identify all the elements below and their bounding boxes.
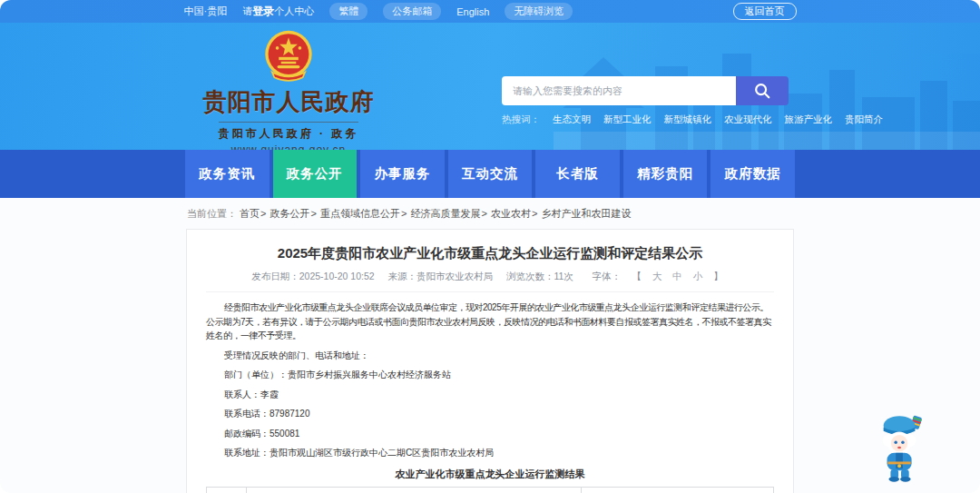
hot-search-label: 热搜词： [502, 113, 540, 126]
nav-item-splendid-guiyang[interactable]: 精彩贵阳 [623, 150, 708, 198]
paragraph: 部门（单位）：贵阳市乡村振兴服务中心农村经济服务站 [206, 368, 774, 382]
nav-item-gov-affairs-open[interactable]: 政务公开 [273, 150, 358, 198]
font-size-large[interactable]: 大 [652, 271, 662, 281]
article-card: 2025年度贵阳市农业产业化市级重点龙头企业运行监测和评定结果公示 发布日期：2… [186, 229, 794, 493]
nav-item-senior-version[interactable]: 长者版 [535, 150, 620, 198]
site-name: 贵阳市人民政府 [192, 86, 385, 118]
link-china-guiyang[interactable]: 中国·贵阳 [184, 5, 228, 18]
top-utility-bar: 中国·贵阳 请登录个人中心 繁體 公务邮箱 English 无障碍浏览 返回首页 [0, 0, 980, 23]
mascot-icon [875, 410, 927, 485]
contact-phone: 联系电话：87987120 [206, 407, 774, 421]
table-caption: 农业产业化市级重点龙头企业运行监测结果 [206, 468, 774, 481]
hot-word-urbanization[interactable]: 新型城镇化 [664, 113, 712, 126]
article-title: 2025年度贵阳市农业产业化市级重点龙头企业运行监测和评定结果公示 [206, 243, 774, 262]
browser-viewport: 中国·贵阳 请登录个人中心 繁體 公务邮箱 English 无障碍浏览 返回首页 [0, 0, 980, 493]
article-body: 经贵阳市农业产业化市级重点龙头企业联席会议成员单位审定，现对2025年开展的农业… [206, 301, 774, 493]
breadcrumb-gov-open[interactable]: 政务公开 [270, 208, 310, 219]
nav-item-gov-data[interactable]: 政府数据 [710, 150, 795, 198]
hot-word-guiyang-intro[interactable]: 贵阳简介 [845, 113, 883, 126]
link-accessibility[interactable]: 无障碍浏览 [505, 3, 573, 20]
link-traditional-chinese[interactable]: 繁體 [329, 3, 368, 20]
back-to-home-button[interactable]: 返回首页 [733, 3, 797, 20]
font-size-small[interactable]: 小 [693, 271, 703, 281]
table-header-row: 序号 企业名称 监测结果 [207, 487, 774, 493]
breadcrumb-separator: > [401, 208, 407, 219]
site-url: www.guiyang.gov.cn [192, 143, 385, 150]
site-banner: 贵阳市人民政府 贵阳市人民政府 · 政务 www.guiyang.gov.cn … [0, 23, 980, 150]
col-header-index: 序号 [207, 487, 247, 493]
col-header-company: 企业名称 [246, 487, 581, 493]
search-button[interactable] [736, 76, 789, 105]
breadcrumb-separator: > [482, 208, 487, 219]
paragraph: 经贵阳市农业产业化市级重点龙头企业联席会议成员单位审定，现对2025年开展的农业… [206, 301, 774, 343]
breadcrumb-separator: > [532, 208, 537, 219]
link-official-mailbox[interactable]: 公务邮箱 [383, 3, 441, 20]
contact-person: 联系人：李霞 [206, 388, 774, 402]
article-meta: 发布日期：2025-10-20 10:52 来源：贵阳市农业农村局 浏览次数：1… [206, 271, 774, 292]
breadcrumb-rural-industry[interactable]: 乡村产业和农田建设 [542, 208, 632, 219]
breadcrumb-label: 当前位置： [187, 208, 237, 219]
mascot-assistant[interactable] [875, 410, 927, 488]
postal-code: 邮政编码：550081 [206, 427, 774, 441]
search-icon [753, 82, 771, 100]
breadcrumb-key-info[interactable]: 重点领域信息公开 [320, 208, 400, 219]
paragraph: 受理情况反映的部门、电话和地址： [206, 349, 774, 363]
link-english[interactable]: English [456, 6, 489, 17]
breadcrumb-agriculture[interactable]: 农业农村 [491, 208, 531, 219]
site-tagline: 贵阳市人民政府 · 政务 [219, 122, 359, 142]
breadcrumb-separator: > [311, 208, 317, 219]
link-login-personal-center[interactable]: 请登录个人中心 [242, 4, 314, 19]
font-size-medium[interactable]: 中 [672, 271, 682, 281]
breadcrumb-separator: > [260, 208, 266, 219]
breadcrumb-home[interactable]: 首页 [240, 208, 260, 219]
hot-word-tourism[interactable]: 旅游产业化 [785, 113, 833, 126]
hot-word-industrialization[interactable]: 新型工业化 [603, 113, 652, 126]
main-nav-band: 政务资讯 政务公开 办事服务 互动交流 长者版 精彩贵阳 政府数据 [0, 150, 980, 198]
contact-address: 联系地址：贵阳市观山湖区市级行政中心二期C区贵阳市农业农村局 [206, 446, 774, 460]
article-source: 来源：贵阳市农业农村局 [388, 271, 494, 281]
nav-item-news[interactable]: 政务资讯 [185, 150, 270, 198]
font-size-control: 字体：【大中小】 [587, 271, 729, 281]
hot-word-ecology[interactable]: 生态文明 [553, 113, 591, 126]
col-header-result: 监测结果 [581, 487, 774, 493]
breadcrumb-economy[interactable]: 经济高质量发展 [411, 208, 481, 219]
nav-item-services[interactable]: 办事服务 [360, 150, 445, 198]
publish-date: 发布日期：2025-10-20 10:52 [251, 271, 374, 281]
monitoring-result-table: 序号 企业名称 监测结果 1 贵州合力超市采购有限公司 合格 2 贵州友禾种业有… [206, 487, 774, 493]
view-count: 浏览次数：11次 [506, 271, 573, 281]
national-emblem-icon [262, 28, 315, 84]
hot-word-agriculture[interactable]: 农业现代化 [724, 113, 772, 126]
hot-search-row: 热搜词： 生态文明 新型工业化 新型城镇化 农业现代化 旅游产业化 贵阳简介 [502, 113, 789, 126]
search-area: 热搜词： 生态文明 新型工业化 新型城镇化 农业现代化 旅游产业化 贵阳简介 [502, 76, 789, 126]
site-logo[interactable]: 贵阳市人民政府 贵阳市人民政府 · 政务 www.guiyang.gov.cn [192, 28, 385, 150]
nav-item-interaction[interactable]: 互动交流 [448, 150, 533, 198]
search-input[interactable] [502, 76, 736, 105]
breadcrumb: 当前位置： 首页> 政务公开> 重点领域信息公开> 经济高质量发展> 农业农村>… [185, 198, 795, 229]
